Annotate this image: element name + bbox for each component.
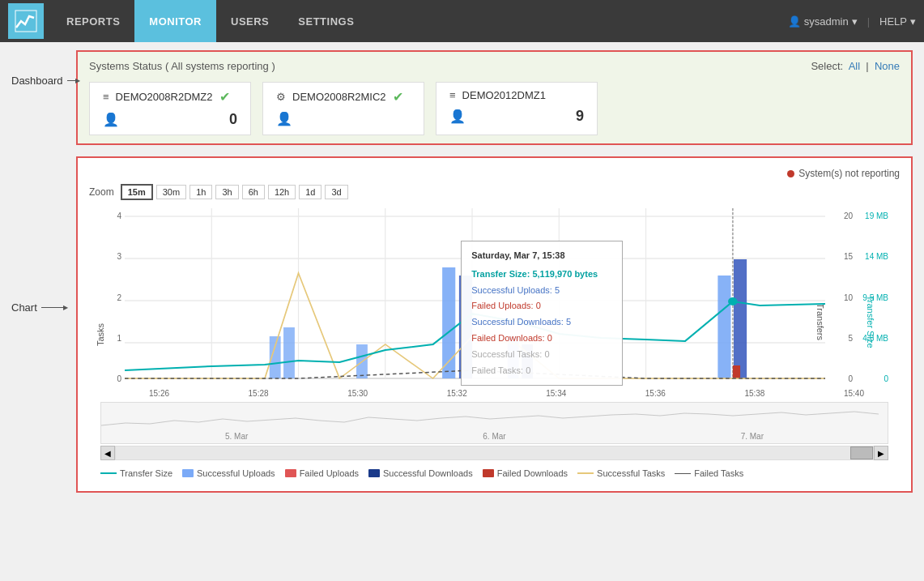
user-icon: 👤 xyxy=(788,15,801,28)
legend-failed-downloads-color xyxy=(483,469,494,477)
chart-header: System(s) not reporting xyxy=(89,168,900,179)
dashboard-label: Dashboard ▶ xyxy=(11,75,76,87)
zoom-30m[interactable]: 30m xyxy=(156,185,186,199)
systems-header: Systems Status ( All systems reporting )… xyxy=(89,60,900,72)
svg-point-24 xyxy=(728,297,738,305)
server-status-ok-0: ✔ xyxy=(219,89,230,105)
select-all-link[interactable]: All xyxy=(849,60,860,72)
y-far-right-axis-label: Transfer Size xyxy=(865,295,875,348)
nav-users[interactable]: USERS xyxy=(216,0,283,42)
chart-arrow: ▶ xyxy=(41,307,64,308)
legend-transfer-size: Transfer Size xyxy=(100,468,172,478)
systems-select: Select: All | None xyxy=(811,60,900,72)
legend-successful-uploads-color xyxy=(182,469,194,477)
header: REPORTS MONITOR USERS SETTINGS 👤 sysadmi… xyxy=(0,0,924,42)
not-reporting-label: System(s) not reporting xyxy=(798,168,900,179)
systems-status-panel: Systems Status ( All systems reporting )… xyxy=(76,50,913,145)
server-card-header-0: ≡ DEMO2008R2DMZ2 ✔ xyxy=(103,89,237,105)
legend-transfer-size-color xyxy=(100,472,117,474)
y-left-axis-label: Tasks xyxy=(96,323,105,345)
zoom-6h[interactable]: 6h xyxy=(242,185,265,199)
server-list-icon-2: ≡ xyxy=(449,89,456,101)
svg-rect-15 xyxy=(283,327,295,378)
zoom-3d[interactable]: 3d xyxy=(325,185,347,199)
server-card-body-2: 👤 9 xyxy=(449,108,584,125)
legend-successful-tasks: Successful Tasks xyxy=(577,468,665,478)
svg-rect-18 xyxy=(459,276,472,378)
server-card-body-1: 👤 xyxy=(276,111,411,126)
zoom-15m[interactable]: 15m xyxy=(121,184,153,200)
scroll-left-button[interactable]: ◀ xyxy=(100,446,115,460)
mini-chart xyxy=(101,403,888,432)
svg-rect-22 xyxy=(734,259,747,378)
nav-monitor[interactable]: MONITOR xyxy=(134,0,216,42)
server-card-body-0: 👤 0 xyxy=(103,111,237,128)
server-list-icon-0: ≡ xyxy=(103,91,109,103)
header-divider: | xyxy=(864,15,873,28)
header-right: 👤 sysadmin ▾ | HELP ▾ xyxy=(788,15,916,28)
not-reporting-dot xyxy=(787,170,794,177)
help-label: HELP xyxy=(879,15,907,28)
server-card-header-1: ⚙ DEMO2008R2MIC2 ✔ xyxy=(276,89,411,105)
legend-successful-tasks-color xyxy=(577,472,594,474)
zoom-1d[interactable]: 1d xyxy=(299,185,321,199)
svg-rect-21 xyxy=(717,276,730,378)
server-name-2: DEMO2012DMZ1 xyxy=(462,89,546,101)
legend-failed-uploads-color xyxy=(285,469,296,477)
nav-reports[interactable]: REPORTS xyxy=(52,0,134,42)
select-none-link[interactable]: None xyxy=(875,60,900,72)
chart-svg xyxy=(125,208,825,387)
server-status-ok-1: ✔ xyxy=(393,89,403,105)
server-card-header-2: ≡ DEMO2012DMZ1 xyxy=(449,89,584,101)
server-card-1[interactable]: ⚙ DEMO2008R2MIC2 ✔ 👤 xyxy=(262,82,424,135)
y-left-labels: 4 3 2 1 0 xyxy=(100,208,125,387)
navigator-dates: 5. Mar 6. Mar 7. Mar xyxy=(101,432,888,441)
server-gear-icon-1: ⚙ xyxy=(276,91,286,103)
legend-failed-tasks: Failed Tasks xyxy=(675,468,743,478)
main-nav: REPORTS MONITOR USERS SETTINGS xyxy=(52,0,368,42)
legend-failed-uploads: Failed Uploads xyxy=(285,468,359,478)
zoom-3h[interactable]: 3h xyxy=(215,185,238,199)
server-user-icon-0: 👤 xyxy=(103,112,119,127)
chart-label: Chart ▶ xyxy=(11,301,76,314)
chart-panel: System(s) not reporting Zoom 15m 30m 1h … xyxy=(76,156,913,493)
nav-settings[interactable]: SETTINGS xyxy=(283,0,368,42)
scroll-right-button[interactable]: ▶ xyxy=(874,446,888,460)
x-axis-labels: 15:26 15:28 15:30 15:32 15:34 15:36 15:3… xyxy=(100,387,888,400)
zoom-label: Zoom xyxy=(89,186,114,198)
server-cards: ≡ DEMO2008R2DMZ2 ✔ 👤 0 ⚙ DEMO2008R2MIC2 … xyxy=(89,82,900,135)
chart-with-axes: 4 3 2 1 0 xyxy=(100,208,888,387)
server-name-1: DEMO2008R2MIC2 xyxy=(292,91,386,103)
mini-navigator: 5. Mar 6. Mar 7. Mar xyxy=(100,402,888,444)
scroll-thumb[interactable] xyxy=(850,446,873,459)
username-label: sysadmin xyxy=(804,15,849,28)
help-menu-button[interactable]: HELP ▾ xyxy=(879,15,916,28)
zoom-1h[interactable]: 1h xyxy=(189,185,212,199)
legend-successful-downloads: Successful Downloads xyxy=(368,468,473,478)
systems-title: Systems Status ( All systems reporting ) xyxy=(89,60,275,72)
legend-failed-tasks-color xyxy=(675,473,691,474)
chart-svg-container: Saturday, Mar 7, 15:38 Transfer Size: 5,… xyxy=(125,208,825,387)
select-label: Select: xyxy=(811,60,843,72)
y-right-labels: 20 15 10 5 0 xyxy=(825,208,854,387)
zoom-bar: Zoom 15m 30m 1h 3h 6h 12h 1d 3d xyxy=(89,184,900,200)
server-name-0: DEMO2008R2DMZ2 xyxy=(116,91,213,103)
server-user-icon-2: 👤 xyxy=(449,109,466,124)
server-user-icon-1: 👤 xyxy=(276,111,292,126)
dashboard-arrow: ▶ xyxy=(67,80,76,81)
legend-failed-downloads: Failed Downloads xyxy=(483,468,568,478)
scroll-track[interactable] xyxy=(115,446,874,460)
legend-successful-downloads-color xyxy=(368,469,380,477)
chart-legend: Transfer Size Successful Uploads Failed … xyxy=(89,462,900,481)
legend-successful-uploads: Successful Uploads xyxy=(182,468,275,478)
user-menu-button[interactable]: 👤 sysadmin ▾ xyxy=(788,15,858,28)
server-count-0: 0 xyxy=(229,111,237,128)
logo[interactable] xyxy=(8,3,44,39)
server-count-2: 9 xyxy=(576,108,584,125)
chart-container: Tasks Transfers Transfer Size 4 3 2 1 0 xyxy=(89,208,900,460)
help-dropdown-icon: ▾ xyxy=(910,15,916,28)
zoom-12h[interactable]: 12h xyxy=(268,185,296,199)
scroll-bar: ◀ ▶ xyxy=(100,446,888,460)
server-card-2[interactable]: ≡ DEMO2012DMZ1 👤 9 xyxy=(436,82,598,135)
server-card-0[interactable]: ≡ DEMO2008R2DMZ2 ✔ 👤 0 xyxy=(89,82,251,135)
